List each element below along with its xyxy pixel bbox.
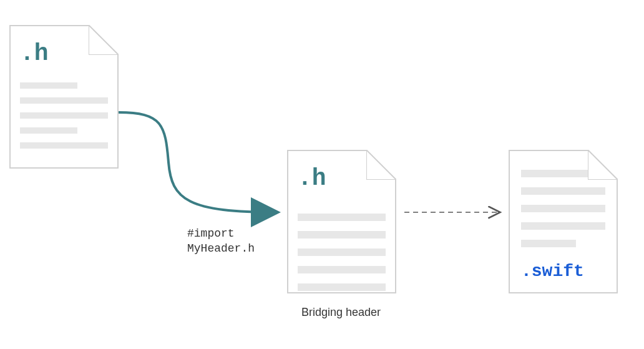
- svg-marker-2: [89, 25, 119, 55]
- file-content-placeholder: [298, 214, 386, 291]
- svg-line-6: [366, 150, 396, 180]
- file-extension-label: .h: [298, 165, 326, 192]
- svg-marker-4: [366, 150, 396, 180]
- folded-corner-icon: [89, 25, 119, 55]
- svg-line-3: [89, 25, 119, 55]
- file-extension-label: .h: [20, 40, 49, 67]
- bridging-header-caption: Bridging header: [301, 306, 381, 319]
- import-statement-label: #import MyHeader.h: [187, 226, 255, 257]
- file-content-placeholder: [20, 82, 108, 149]
- svg-marker-5: [366, 150, 396, 180]
- svg-marker-1: [89, 25, 119, 55]
- file-swift: .swift: [509, 150, 618, 293]
- folded-corner-icon: [366, 150, 396, 180]
- file-extension-label: .swift: [521, 262, 584, 281]
- file-bridging-header: .h: [287, 150, 396, 293]
- file-header: .h: [9, 25, 119, 169]
- file-content-placeholder: [521, 170, 605, 247]
